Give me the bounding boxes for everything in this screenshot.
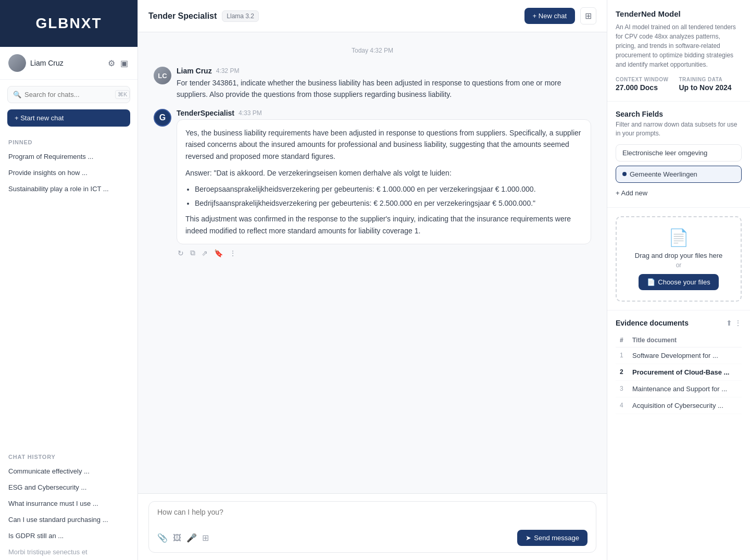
image-icon[interactable]: 🖼 (173, 533, 181, 543)
chip-label-1: Gemeente Weerlingen (630, 170, 697, 178)
microphone-icon[interactable]: 🎤 (186, 533, 197, 543)
send-label: Send message (534, 534, 579, 542)
chat-messages: Today 4:32 PM LC Liam Cruz 4:32 PM For t… (138, 32, 607, 493)
evidence-row-num: 1 (616, 347, 628, 364)
evidence-col-title: Title document (628, 333, 742, 347)
choose-files-label: Choose your files (658, 278, 710, 286)
logo: GLBNXT (0, 0, 138, 47)
avatar (8, 54, 26, 72)
search-chip-1[interactable]: Gemeente Weerlingen (616, 166, 742, 183)
apps-icon[interactable]: ⊞ (202, 533, 209, 543)
input-box: 📎 🖼 🎤 ⊞ ➤ Send message (148, 501, 596, 553)
bot-avatar: G (154, 109, 171, 127)
add-new-button[interactable]: + Add new (616, 187, 647, 199)
bot-intro-text: Yes, the business liability requirements… (185, 127, 582, 162)
training-label: TRAINING DATA (679, 77, 731, 82)
model-badge: Llama 3.2 (222, 10, 259, 22)
user-message-text: For tender 343861, indicate whether the … (177, 77, 591, 101)
sidebar-item-insights[interactable]: Provide insights on how ... (0, 165, 138, 181)
model-title: TenderNed Model (616, 9, 742, 18)
choose-files-button[interactable]: 📄 Choose your files (639, 274, 718, 290)
evidence-row-title: Acquisition of Cybersecurity ... (628, 397, 742, 414)
evidence-row[interactable]: 1Software Development for ... (616, 347, 742, 364)
history-item-0[interactable]: Communicate effectively ... (0, 463, 138, 479)
file-icon: 📄 (647, 278, 655, 286)
chat-header: Tender Specialist Llama 3.2 + New chat ⊞ (138, 0, 607, 32)
chat-textarea[interactable] (157, 508, 588, 525)
evidence-row[interactable]: 4Acquisition of Cybersecurity ... (616, 397, 742, 414)
search-fields-desc: Filter and narrow down data subsets for … (616, 120, 742, 138)
pinned-label: PINNED (0, 135, 138, 148)
refresh-icon[interactable]: ↻ (178, 248, 184, 257)
evidence-table: # Title document 1Software Development f… (616, 333, 742, 414)
active-dot-icon (622, 172, 627, 176)
history-item-5[interactable]: Morbi tristique senectus et (0, 544, 138, 560)
evidence-row-num: 2 (616, 364, 628, 380)
layout-icon[interactable]: ⊞ (580, 7, 596, 24)
search-shortcut: ⌘K (115, 90, 130, 99)
context-label: CONTEXT WINDOW (616, 77, 668, 82)
evidence-row-num: 3 (616, 380, 628, 397)
search-fields-title: Search Fields (616, 110, 742, 118)
sidebar-item-program[interactable]: Program of Requirements ... (0, 148, 138, 165)
evidence-row-num: 4 (616, 397, 628, 414)
more-icon[interactable]: ⋮ (229, 248, 236, 257)
history-item-1[interactable]: ESG and Cybersecurity ... (0, 479, 138, 495)
evidence-row-title: Maintenance and Support for ... (628, 380, 742, 397)
chat-input-area: 📎 🖼 🎤 ⊞ ➤ Send message (138, 493, 607, 560)
timestamp: Today 4:32 PM (154, 47, 591, 54)
evidence-row-title: Software Development for ... (628, 347, 742, 364)
evidence-col-num: # (616, 333, 628, 347)
chat-title: Tender Specialist (148, 11, 217, 21)
history-item-4[interactable]: Is GDPR still an ... (0, 528, 138, 544)
upload-section: 📄 Drag and drop your files here or 📄 Cho… (607, 208, 750, 310)
search-icon: 🔍 (13, 91, 21, 98)
user-message-content: Liam Cruz 4:32 PM For tender 343861, ind… (177, 67, 591, 101)
send-message-button[interactable]: ➤ Send message (517, 530, 588, 546)
upload-or: or (627, 262, 730, 269)
bot-message-row: G TenderSpecialist 4:33 PM Yes, the busi… (154, 109, 591, 257)
user-message-time: 4:32 PM (216, 67, 240, 74)
context-value: 27.000 Docs (616, 83, 668, 92)
training-value: Up to Nov 2024 (679, 83, 731, 92)
evidence-header: Evidence documents ⬆ ⋮ (616, 319, 742, 327)
start-new-chat-button[interactable]: + Start new chat (7, 109, 130, 127)
main-chat: Tender Specialist Llama 3.2 + New chat ⊞… (138, 0, 607, 560)
share-icon[interactable]: ⇗ (202, 248, 208, 257)
history-item-3[interactable]: Can I use standard purchasing ... (0, 512, 138, 528)
chat-history-section: CHAT HISTORY Communicate effectively ...… (0, 450, 138, 560)
user-avatar: LC (154, 67, 171, 84)
settings-icon[interactable]: ⚙ (107, 57, 116, 69)
user-message-row: LC Liam Cruz 4:32 PM For tender 343861, … (154, 67, 591, 101)
bot-conclusion: This adjustment was confirmed in the res… (185, 213, 582, 237)
history-item-2[interactable]: What insurrance must I use ... (0, 495, 138, 512)
upload-title: Drag and drop your files here (627, 252, 730, 259)
bot-bullet-1: Bedrijfsaansprakelijkheidsverzekering pe… (195, 198, 582, 209)
bookmark-icon[interactable]: 🔖 (214, 248, 223, 257)
search-input[interactable] (24, 91, 112, 98)
model-description: An AI model trained on all tendered tend… (616, 22, 742, 69)
logo-text: GLBNXT (35, 15, 102, 32)
evidence-upload-icon[interactable]: ⬆ (726, 319, 732, 327)
model-stats: CONTEXT WINDOW 27.000 Docs TRAINING DATA… (616, 77, 742, 92)
user-name: Liam Cruz (30, 59, 103, 67)
copy-icon[interactable]: ⧉ (190, 248, 195, 257)
bot-answer-intro: Answer: "Dat is akkoord. De verzekerings… (185, 167, 582, 179)
layout-toggle-icon[interactable]: ▣ (119, 57, 129, 69)
new-chat-button[interactable]: + New chat (524, 8, 575, 24)
sidebar-item-sustainability[interactable]: Sustainability play a role in ICT ... (0, 181, 138, 197)
history-label: CHAT HISTORY (0, 450, 138, 463)
send-icon: ➤ (526, 534, 531, 542)
evidence-row-title: Procurement of Cloud-Base ... (628, 364, 742, 380)
attach-icon[interactable]: 📎 (157, 533, 168, 543)
user-message-sender: Liam Cruz (177, 67, 212, 75)
bot-message-sender: TenderSpecialist (177, 109, 234, 117)
evidence-more-icon[interactable]: ⋮ (734, 319, 742, 327)
evidence-section: Evidence documents ⬆ ⋮ # Title document … (607, 310, 750, 422)
right-panel: TenderNed Model An AI model trained on a… (607, 0, 750, 560)
evidence-row[interactable]: 2Procurement of Cloud-Base ... (616, 364, 742, 380)
search-chip-0[interactable]: Electronische leer omgeving (616, 144, 742, 161)
evidence-row[interactable]: 3Maintenance and Support for ... (616, 380, 742, 397)
upload-dropzone[interactable]: 📄 Drag and drop your files here or 📄 Cho… (616, 216, 742, 302)
training-stat: TRAINING DATA Up to Nov 2024 (679, 77, 731, 92)
